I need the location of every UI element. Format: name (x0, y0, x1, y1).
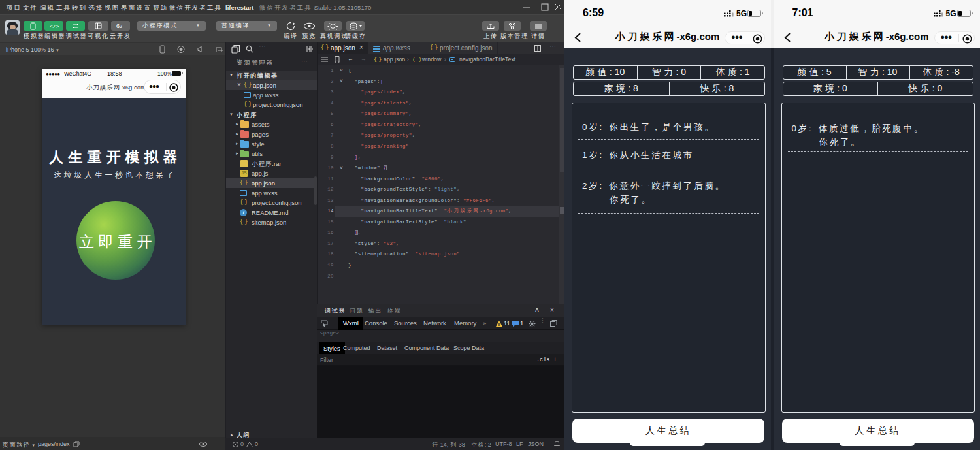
svg-text:62: 62 (116, 23, 122, 29)
svg-text:</>: </> (50, 24, 59, 29)
